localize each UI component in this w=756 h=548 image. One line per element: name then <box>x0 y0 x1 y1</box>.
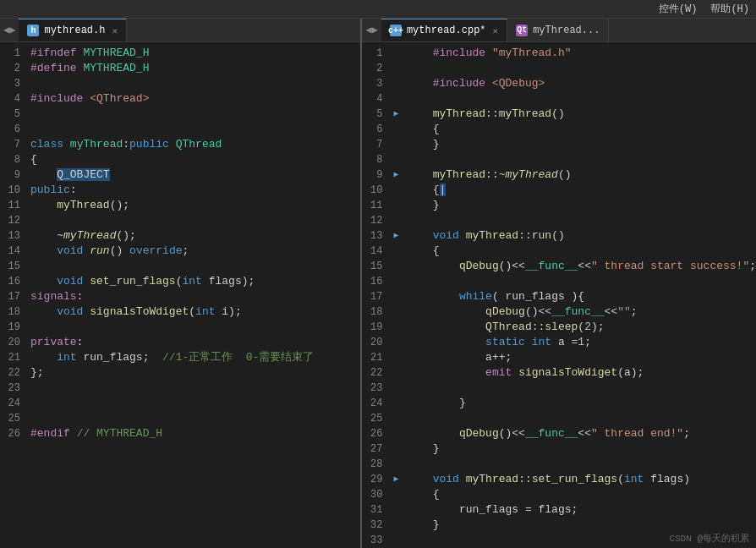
table-row: 23 <box>362 381 756 396</box>
table-row: 8 <box>362 152 756 167</box>
line-number: 25 <box>362 411 389 426</box>
line-content: class myThread:public QThread <box>27 137 360 152</box>
line-number: 33 <box>362 533 389 548</box>
line-content: a++; <box>403 350 756 365</box>
table-row: 21 a++; <box>362 350 756 365</box>
line-content: void myThread::set_run_flags(int flags) <box>403 472 756 487</box>
table-row: 6 { <box>362 122 756 137</box>
left-tab-label: mythread.h <box>44 25 105 36</box>
line-content: while( run_flags ){ <box>403 289 756 304</box>
line-content: { <box>403 122 756 137</box>
line-number: 9 <box>0 167 27 183</box>
line-content: void signalsToWdiget(int i); <box>27 304 360 320</box>
table-row: 4#include <QThread> <box>0 91 360 107</box>
table-row: 12 <box>362 213 756 228</box>
menu-bar: 控件(W) 帮助(H) <box>0 0 756 19</box>
table-row: 19 QThread::sleep(2); <box>362 320 756 335</box>
expand-arrow[interactable]: ▶ <box>389 472 403 487</box>
line-content: { <box>27 152 360 167</box>
line-number: 8 <box>362 152 389 167</box>
right-tab-label-qt: myThread... <box>533 25 600 36</box>
line-content: public: <box>27 183 360 198</box>
left-code-area[interactable]: 1#ifndef MYTHREAD_H2#define MYTHREAD_H34… <box>0 42 360 548</box>
line-number: 6 <box>362 122 389 137</box>
line-content: #include <QThread> <box>27 91 360 107</box>
line-number: 18 <box>0 304 27 320</box>
line-number: 26 <box>362 426 389 441</box>
left-pane: ◀▶ h mythread.h ✕ 1#ifndef MYTHREAD_H2#d… <box>0 19 362 548</box>
table-row: 31 run_flags = flags; <box>362 502 756 518</box>
table-row: 11 myThread(); <box>0 198 360 213</box>
line-content: } <box>403 518 756 533</box>
table-row: 4 <box>362 91 756 107</box>
line-number: 6 <box>0 122 27 137</box>
line-content: myThread::~myThread() <box>403 167 756 183</box>
line-number: 5 <box>0 107 27 122</box>
left-tab-close[interactable]: ✕ <box>112 25 118 36</box>
left-tab-mythread-h[interactable]: h mythread.h ✕ <box>19 19 127 41</box>
table-row: 18 void signalsToWdiget(int i); <box>0 304 360 320</box>
table-row: 29▶ void myThread::set_run_flags(int fla… <box>362 472 756 487</box>
table-row: 2#define MYTHREAD_H <box>0 61 360 76</box>
table-row: 5 <box>0 107 360 122</box>
right-tab-arrows[interactable]: ◀▶ <box>362 24 381 36</box>
line-number: 29 <box>362 472 389 487</box>
line-number: 19 <box>0 320 27 335</box>
table-row: 26#endif // MYTHREAD_H <box>0 426 360 441</box>
line-number: 25 <box>0 411 27 426</box>
left-tab-bar: ◀▶ h mythread.h ✕ <box>0 19 360 42</box>
table-row: 1#ifndef MYTHREAD_H <box>0 46 360 61</box>
line-number: 14 <box>0 244 27 259</box>
line-content: qDebug()<<__func__<<""; <box>403 304 756 320</box>
line-content: { <box>403 487 756 502</box>
table-row: 21 int run_flags; //1-正常工作 0-需要结束了 <box>0 350 360 365</box>
expand-arrow[interactable]: ▶ <box>389 167 403 183</box>
right-tab-icon-cpp: c++ <box>390 25 402 36</box>
line-content: emit signalsToWdiget(a); <box>403 365 756 381</box>
line-content: QThread::sleep(2); <box>403 320 756 335</box>
table-row: 10 {| <box>362 183 756 198</box>
right-pane: ◀▶ c++ mythread.cpp* ✕ Qt myThread... 1 … <box>362 19 756 548</box>
line-number: 30 <box>362 487 389 502</box>
right-tab-close-cpp[interactable]: ✕ <box>493 25 499 36</box>
table-row: 3 <box>0 76 360 91</box>
menu-help[interactable]: 帮助(H) <box>710 2 749 16</box>
table-row: 10public: <box>0 183 360 198</box>
table-row: 15 qDebug()<<__func__<<" thread start su… <box>362 259 756 274</box>
line-number: 4 <box>362 91 389 107</box>
table-row: 5▶ myThread::myThread() <box>362 107 756 122</box>
table-row: 8{ <box>0 152 360 167</box>
line-number: 12 <box>362 213 389 228</box>
table-row: 22}; <box>0 365 360 381</box>
table-row: 26 qDebug()<<__func__<<" thread end!"; <box>362 426 756 441</box>
line-number: 11 <box>362 198 389 213</box>
table-row: 7class myThread:public QThread <box>0 137 360 152</box>
menu-controls[interactable]: 控件(W) <box>659 2 698 16</box>
expand-arrow[interactable]: ▶ <box>389 228 403 244</box>
line-number: 3 <box>0 76 27 91</box>
line-number: 24 <box>362 396 389 411</box>
right-code-area[interactable]: 1 #include "myThread.h"23 #include <QDeb… <box>362 42 756 548</box>
line-number: 22 <box>0 365 27 381</box>
line-number: 17 <box>362 289 389 304</box>
line-content: } <box>403 137 756 152</box>
table-row: 1 #include "myThread.h" <box>362 46 756 61</box>
line-content: qDebug()<<__func__<<" thread start succe… <box>403 259 756 274</box>
right-tab-qt[interactable]: Qt myThread... <box>507 19 609 41</box>
line-number: 17 <box>0 289 27 304</box>
table-row: 20private: <box>0 335 360 350</box>
line-number: 13 <box>0 228 27 244</box>
line-number: 1 <box>0 46 27 61</box>
expand-arrow[interactable]: ▶ <box>389 107 403 122</box>
table-row: 24 } <box>362 396 756 411</box>
right-tab-cpp[interactable]: c++ mythread.cpp* ✕ <box>381 19 507 41</box>
table-row: 16 <box>362 274 756 289</box>
line-number: 2 <box>362 61 389 76</box>
table-row: 24 <box>0 396 360 411</box>
line-number: 21 <box>362 350 389 365</box>
left-tab-arrows[interactable]: ◀▶ <box>0 24 19 36</box>
table-row: 30 { <box>362 487 756 502</box>
line-number: 22 <box>362 365 389 381</box>
line-number: 16 <box>0 274 27 289</box>
line-content: void set_run_flags(int flags); <box>27 274 360 289</box>
